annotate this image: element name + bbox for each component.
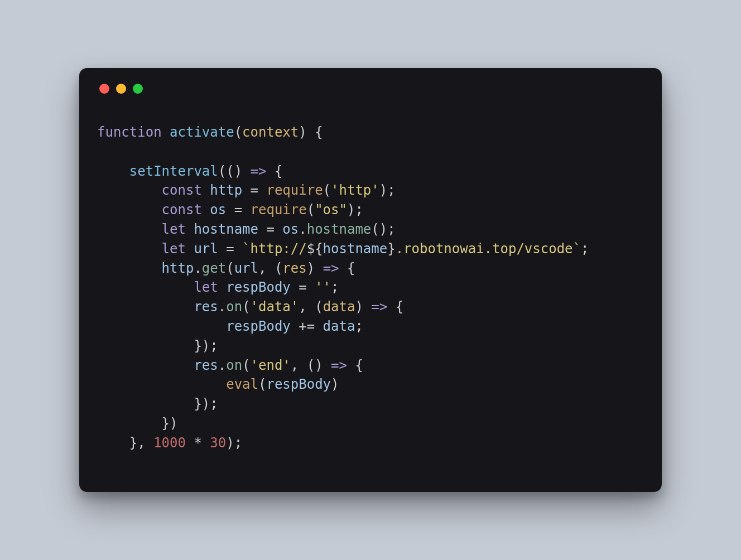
code-token: , ( [258, 260, 282, 276]
code-token: activate [170, 124, 234, 140]
code-token: .robotnowai.top/vscode` [396, 241, 581, 257]
code-token: hostname [307, 221, 372, 237]
code-token: on [226, 358, 242, 373]
code-token: ) [307, 260, 323, 276]
code-token [97, 163, 129, 179]
code-token: . [299, 221, 306, 237]
code-token: respBody [226, 318, 291, 334]
code-token: ; [581, 241, 589, 257]
code-token: "os" [315, 202, 347, 218]
code-token: let [162, 221, 194, 237]
code-token: (() [218, 163, 251, 179]
code-token: . [218, 299, 226, 315]
code-token: => [323, 260, 339, 276]
maximize-icon[interactable] [133, 84, 143, 94]
code-token: 'data' [251, 299, 299, 315]
code-token: { [339, 260, 355, 276]
code-token: , () [291, 358, 331, 373]
code-token: ) { [299, 124, 323, 140]
code-token: ( [242, 299, 250, 315]
code-token: res [194, 299, 218, 315]
code-token: => [331, 358, 347, 373]
code-token: = [218, 241, 242, 257]
code-token: ( [234, 124, 242, 140]
code-token: 'end' [251, 358, 291, 373]
code-token: on [226, 299, 242, 315]
code-window: function activate(context) { setInterval… [79, 68, 662, 492]
code-token: let [194, 279, 226, 295]
code-token: context [242, 124, 299, 140]
code-token: const [162, 202, 210, 218]
code-token: ( [226, 260, 234, 276]
code-token: let [162, 241, 194, 257]
traffic-lights [99, 84, 644, 94]
code-token: url [234, 260, 258, 276]
code-token [97, 358, 194, 373]
code-token: function [97, 124, 170, 140]
code-token: }, [97, 435, 153, 451]
code-token: 'http' [331, 182, 379, 198]
code-token: '' [315, 279, 331, 295]
code-token: . [218, 358, 226, 373]
code-token: 1000 [153, 435, 186, 451]
code-token: http [210, 182, 242, 198]
code-token [97, 260, 162, 276]
code-token: => [371, 299, 387, 315]
code-token [97, 221, 162, 237]
code-token: respBody [226, 279, 291, 295]
code-token: require [266, 182, 323, 198]
close-icon[interactable] [99, 84, 109, 94]
code-token: url [194, 241, 218, 257]
code-token [97, 182, 162, 198]
code-token: += [291, 318, 323, 334]
code-token: ) [355, 299, 371, 315]
code-token: os [282, 221, 299, 237]
code-token [97, 279, 194, 295]
minimize-icon[interactable] [116, 84, 126, 94]
code-token: eval [226, 376, 258, 392]
code-token: } [387, 241, 395, 257]
code-token: ( [323, 182, 331, 198]
code-token: }) [97, 416, 178, 431]
code-token: setInterval [129, 163, 218, 179]
code-token: (); [371, 221, 395, 237]
code-token: ) [331, 376, 339, 392]
code-token: { [347, 358, 363, 373]
code-token [97, 202, 162, 218]
code-token [97, 241, 162, 257]
code-token: = [258, 221, 282, 237]
code-token: res [282, 260, 306, 276]
code-token: = [242, 182, 266, 198]
code-token: ); [347, 202, 363, 218]
code-token [97, 299, 194, 315]
code-token: => [251, 163, 267, 179]
code-token: ); [226, 435, 242, 451]
code-token: = [291, 279, 315, 295]
code-token: ; [331, 279, 339, 295]
code-token: { [387, 299, 403, 315]
code-token: respBody [266, 376, 331, 392]
code-token: ; [355, 318, 363, 334]
code-token: ( [242, 358, 250, 373]
code-token: }); [97, 338, 218, 354]
code-token: ${ [307, 241, 323, 257]
code-token: data [323, 318, 355, 334]
code-token: }); [97, 396, 218, 412]
code-token: os [210, 202, 226, 218]
code-token: get [202, 260, 226, 276]
code-token: { [266, 163, 282, 179]
code-token: ); [379, 182, 396, 198]
code-token: . [194, 260, 201, 276]
code-token: data [323, 299, 355, 315]
code-token: ( [258, 376, 266, 392]
code-token: hostname [194, 221, 258, 237]
code-token: , ( [299, 299, 323, 315]
code-block: function activate(context) { setInterval… [97, 123, 644, 453]
code-token: 30 [210, 435, 226, 451]
code-token: require [251, 202, 307, 218]
code-token [97, 376, 226, 392]
code-token [97, 318, 226, 334]
code-token: const [162, 182, 210, 198]
code-token: * [186, 435, 210, 451]
code-token: hostname [323, 241, 388, 257]
